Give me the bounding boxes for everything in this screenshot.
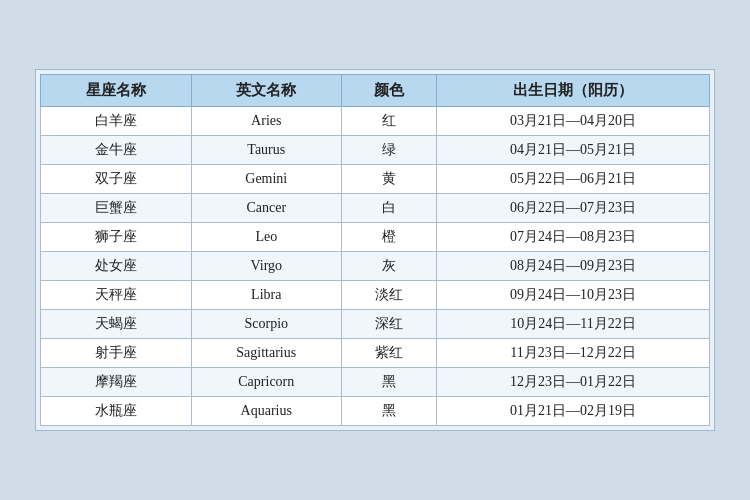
header-english-name: 英文名称 xyxy=(191,75,342,107)
table-row: 白羊座Aries红03月21日—04月20日 xyxy=(41,107,710,136)
cell-color: 深红 xyxy=(342,310,437,339)
cell-dates: 08月24日—09月23日 xyxy=(436,252,709,281)
table-row: 狮子座Leo橙07月24日—08月23日 xyxy=(41,223,710,252)
cell-dates: 09月24日—10月23日 xyxy=(436,281,709,310)
cell-dates: 11月23日—12月22日 xyxy=(436,339,709,368)
cell-dates: 04月21日—05月21日 xyxy=(436,136,709,165)
cell-dates: 01月21日—02月19日 xyxy=(436,397,709,426)
cell-dates: 05月22日—06月21日 xyxy=(436,165,709,194)
cell-color: 黄 xyxy=(342,165,437,194)
table-row: 水瓶座Aquarius黑01月21日—02月19日 xyxy=(41,397,710,426)
cell-color: 黑 xyxy=(342,368,437,397)
cell-color: 灰 xyxy=(342,252,437,281)
table-row: 天秤座Libra淡红09月24日—10月23日 xyxy=(41,281,710,310)
cell-chinese-name: 白羊座 xyxy=(41,107,192,136)
cell-english-name: Aquarius xyxy=(191,397,342,426)
table-row: 射手座Sagittarius紫红11月23日—12月22日 xyxy=(41,339,710,368)
cell-english-name: Leo xyxy=(191,223,342,252)
cell-color: 紫红 xyxy=(342,339,437,368)
cell-english-name: Cancer xyxy=(191,194,342,223)
cell-english-name: Libra xyxy=(191,281,342,310)
cell-color: 橙 xyxy=(342,223,437,252)
table-row: 摩羯座Capricorn黑12月23日—01月22日 xyxy=(41,368,710,397)
table-row: 巨蟹座Cancer白06月22日—07月23日 xyxy=(41,194,710,223)
cell-chinese-name: 天蝎座 xyxy=(41,310,192,339)
cell-english-name: Sagittarius xyxy=(191,339,342,368)
cell-color: 淡红 xyxy=(342,281,437,310)
cell-color: 红 xyxy=(342,107,437,136)
table-header-row: 星座名称 英文名称 颜色 出生日期（阳历） xyxy=(41,75,710,107)
header-dates: 出生日期（阳历） xyxy=(436,75,709,107)
cell-dates: 10月24日—11月22日 xyxy=(436,310,709,339)
table-row: 天蝎座Scorpio深红10月24日—11月22日 xyxy=(41,310,710,339)
cell-chinese-name: 狮子座 xyxy=(41,223,192,252)
cell-dates: 07月24日—08月23日 xyxy=(436,223,709,252)
cell-chinese-name: 射手座 xyxy=(41,339,192,368)
cell-chinese-name: 水瓶座 xyxy=(41,397,192,426)
cell-dates: 03月21日—04月20日 xyxy=(436,107,709,136)
cell-dates: 06月22日—07月23日 xyxy=(436,194,709,223)
cell-chinese-name: 双子座 xyxy=(41,165,192,194)
cell-english-name: Scorpio xyxy=(191,310,342,339)
cell-chinese-name: 金牛座 xyxy=(41,136,192,165)
cell-english-name: Gemini xyxy=(191,165,342,194)
cell-chinese-name: 摩羯座 xyxy=(41,368,192,397)
zodiac-table: 星座名称 英文名称 颜色 出生日期（阳历） 白羊座Aries红03月21日—04… xyxy=(40,74,710,426)
table-row: 处女座Virgo灰08月24日—09月23日 xyxy=(41,252,710,281)
cell-chinese-name: 巨蟹座 xyxy=(41,194,192,223)
header-chinese-name: 星座名称 xyxy=(41,75,192,107)
cell-chinese-name: 处女座 xyxy=(41,252,192,281)
cell-english-name: Aries xyxy=(191,107,342,136)
zodiac-table-container: 星座名称 英文名称 颜色 出生日期（阳历） 白羊座Aries红03月21日—04… xyxy=(35,69,715,431)
cell-english-name: Capricorn xyxy=(191,368,342,397)
cell-color: 白 xyxy=(342,194,437,223)
cell-dates: 12月23日—01月22日 xyxy=(436,368,709,397)
cell-english-name: Taurus xyxy=(191,136,342,165)
header-color: 颜色 xyxy=(342,75,437,107)
table-row: 金牛座Taurus绿04月21日—05月21日 xyxy=(41,136,710,165)
table-row: 双子座Gemini黄05月22日—06月21日 xyxy=(41,165,710,194)
cell-color: 黑 xyxy=(342,397,437,426)
cell-color: 绿 xyxy=(342,136,437,165)
cell-chinese-name: 天秤座 xyxy=(41,281,192,310)
cell-english-name: Virgo xyxy=(191,252,342,281)
